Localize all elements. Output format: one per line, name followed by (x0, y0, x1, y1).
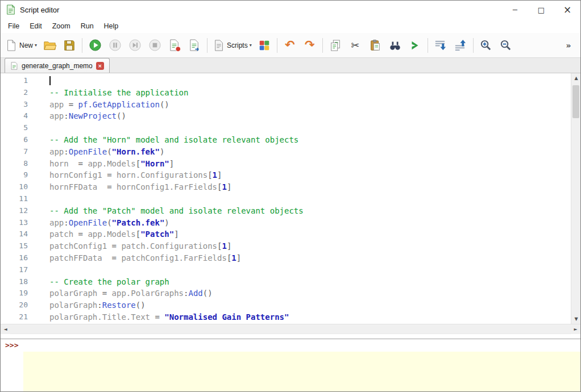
code-text[interactable]: patchConfig1 = patch.Configurations[1] (49, 240, 231, 252)
code-token: () (203, 289, 213, 298)
zoom-out-button[interactable] (496, 35, 516, 56)
scroll-left-button[interactable]: ◄ (1, 324, 10, 334)
new-button-label: New (19, 41, 33, 49)
code-token: = (155, 312, 164, 322)
code-line: 16patchFFData = patchConfig1.FarFields[1… (1, 252, 571, 264)
scroll-down-button[interactable]: ▼ (571, 314, 581, 324)
record-script-button[interactable] (165, 35, 184, 56)
code-text[interactable]: -- Create the polar graph (49, 276, 169, 288)
menu-file[interactable]: File (3, 20, 24, 32)
code-text[interactable]: polarGraph:Restore() (49, 299, 146, 311)
scroll-right-button[interactable]: ► (571, 324, 580, 334)
pause-script-button[interactable] (105, 35, 125, 56)
sync-script-button[interactable] (185, 35, 204, 56)
code-token: NewProject (69, 111, 117, 120)
toolbar-separator (207, 38, 208, 53)
line-number: 18 (1, 276, 30, 288)
code-token: hornConfig1.FarFields (117, 182, 217, 191)
copy-button[interactable] (326, 35, 345, 56)
code-token: ( (107, 218, 111, 227)
tab-generate-graph-memo[interactable]: generate_graph_memo × (5, 58, 110, 73)
menu-run[interactable]: Run (76, 20, 99, 32)
stop-script-button[interactable] (145, 35, 164, 56)
import-code-button[interactable] (431, 35, 450, 56)
line-number: 8 (1, 158, 30, 170)
code-token: horn (49, 159, 78, 168)
window-title: Script editor (20, 6, 59, 14)
code-token: "Horn.fek" (112, 147, 160, 156)
line-number: 14 (1, 228, 30, 240)
panel-splitter[interactable] (1, 333, 580, 339)
code-line: 20polarGraph:Restore() (1, 299, 571, 311)
code-text[interactable]: hornConfig1 = horn.Configurations[1] (49, 169, 222, 181)
code-text[interactable]: -- Add the "Horn" model and isolate rele… (49, 134, 298, 146)
code-token: = (112, 241, 122, 251)
code-lines[interactable]: 12-- Initialise the application3app = pf… (1, 73, 571, 324)
horizontal-scroll-track[interactable] (10, 324, 571, 333)
code-token: ] (227, 241, 231, 251)
plugins-button[interactable] (255, 35, 274, 56)
tab-close-button[interactable]: × (96, 62, 104, 70)
run-script-button[interactable] (85, 35, 105, 56)
code-token: ] (236, 253, 241, 262)
code-text[interactable]: -- Initialise the application (49, 87, 188, 99)
code-line: 7app:OpenFile("Horn.fek") (1, 146, 571, 158)
code-token: -- Create the polar graph (49, 277, 169, 286)
code-text[interactable]: patch = app.Models["Patch"] (49, 228, 179, 240)
new-script-button[interactable]: New ▾ (3, 35, 39, 56)
close-button[interactable]: × (554, 1, 580, 19)
line-number: 2 (1, 87, 30, 99)
export-code-button[interactable] (451, 35, 470, 56)
code-text[interactable] (49, 75, 51, 87)
vertical-scrollbar[interactable]: ▲ ▼ (571, 73, 580, 324)
code-text[interactable]: -- Add the "Patch" model and isolate rel… (49, 205, 304, 217)
code-token: "Normalised Gain Patterns" (164, 312, 289, 322)
code-line: 8horn = app.Models["Horn"] (1, 158, 571, 170)
code-text[interactable]: app:NewProject() (49, 110, 126, 122)
step-script-button[interactable] (125, 35, 144, 56)
run-selection-button[interactable] (405, 35, 425, 56)
code-line: 11 (1, 193, 571, 205)
console-input-area[interactable] (23, 352, 580, 391)
cut-button[interactable]: ✂ (346, 35, 365, 56)
code-line: 21polarGraph.Title.Text = "Normalised Ga… (1, 311, 571, 323)
skip-to-end-icon (128, 39, 142, 52)
binoculars-icon (389, 39, 401, 52)
undo-button[interactable]: ↶ (280, 35, 300, 56)
code-token: [ (136, 159, 140, 168)
scripts-menu-button[interactable]: Scripts ▾ (210, 35, 254, 56)
minimize-button[interactable]: ─ (502, 1, 528, 19)
paste-button[interactable] (366, 35, 385, 56)
code-token: ] (227, 182, 231, 191)
overflow-chevrons-icon: » (566, 41, 571, 49)
editor-area: 12-- Initialise the application3app = pf… (1, 73, 580, 333)
code-text[interactable]: polarGraph.Title.Text = "Normalised Gain… (49, 311, 289, 323)
menu-edit[interactable]: Edit (24, 20, 47, 32)
code-text[interactable]: patchFFData = patchConfig1.FarFields[1] (49, 252, 241, 264)
vertical-scroll-thumb[interactable] (572, 85, 579, 118)
scripts-button-label: Scripts (227, 41, 248, 49)
code-token: hornConfig1 (49, 170, 107, 180)
toolbar-overflow-button[interactable]: » (559, 35, 578, 56)
maximize-button[interactable]: □ (528, 1, 554, 19)
code-text[interactable]: app = pf.GetApplication() (49, 99, 169, 111)
scroll-up-button[interactable]: ▲ (571, 73, 581, 83)
code-text[interactable]: app:OpenFile("Patch.fek") (49, 217, 169, 229)
code-line: 5 (1, 122, 571, 134)
zoom-in-button[interactable] (476, 35, 496, 56)
code-token: -- Add the "Patch" model and isolate rel… (49, 206, 304, 215)
open-script-button[interactable] (40, 35, 59, 56)
redo-button[interactable]: ↷ (300, 35, 319, 56)
code-text[interactable]: horn = app.Models["Horn"] (49, 158, 174, 170)
code-text[interactable]: hornFFData = hornConfig1.FarFields[1] (49, 181, 231, 193)
horizontal-scrollbar[interactable]: ◄ ► (1, 324, 580, 333)
menu-help[interactable]: Help (99, 20, 124, 32)
menu-zoom[interactable]: Zoom (47, 20, 76, 32)
chevron-down-icon: ▾ (250, 43, 252, 48)
code-text[interactable]: polarGraph = app.PolarGraphs:Add() (49, 287, 213, 299)
find-button[interactable] (385, 35, 405, 56)
code-line: 1 (1, 75, 571, 87)
code-token: hornFFData (49, 182, 107, 191)
code-text[interactable]: app:OpenFile("Horn.fek") (49, 146, 164, 158)
save-script-button[interactable] (60, 35, 79, 56)
